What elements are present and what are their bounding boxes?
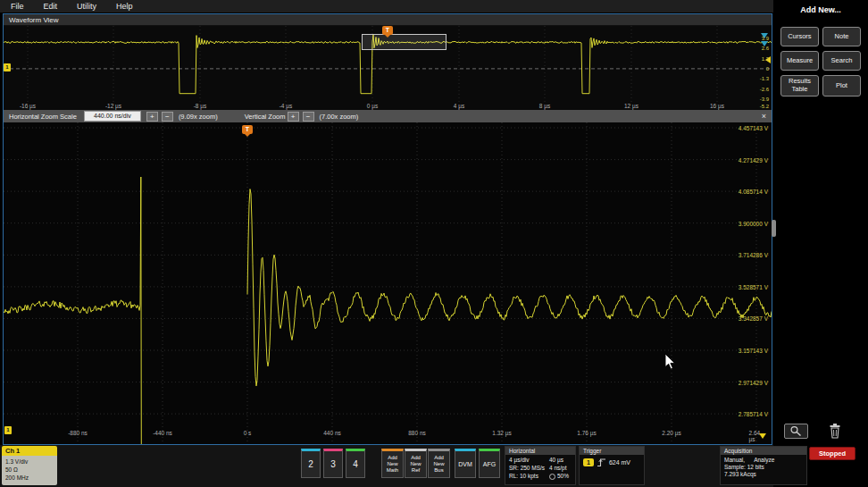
- zoom-plot[interactable]: T 1 -880 ns-440 ns0 s440 ns880 ns1.32 µs…: [4, 122, 772, 444]
- overview-x-tick: -16 µs: [20, 103, 36, 109]
- zoom-x-tick: 0 s: [244, 430, 252, 436]
- waveform-view: Waveform View T 1 -16 µs-12 µs-8 µs-4 µs…: [3, 13, 772, 445]
- channel4-button[interactable]: 4: [346, 449, 365, 478]
- waveform-view-title: Waveform View: [9, 16, 59, 24]
- zoom-window-box[interactable]: [362, 34, 447, 50]
- channel1-settings: 1.3 V/div 50 Ω 200 MHz: [2, 456, 57, 485]
- horizontal-setting: 4 µs/div: [509, 457, 549, 463]
- overview-y-tick: -1.3: [760, 76, 769, 81]
- channel1-impedance: 50 Ω: [5, 466, 57, 474]
- expansion-point-icon: [549, 474, 555, 480]
- settings-bar: Ch 1 1.3 V/div 50 Ω 200 MHz DVM AFG Hori…: [0, 445, 773, 487]
- oscilloscope-app: FileEditUtilityHelp Waveform View T 1 -1…: [0, 0, 868, 487]
- run-stop-status-button[interactable]: Stopped: [809, 447, 855, 460]
- add-new-math-button[interactable]: Add New Math: [381, 449, 404, 478]
- zoom-y-tick: 3.342857 V: [739, 315, 768, 322]
- add-cursors-button[interactable]: Cursors: [780, 27, 819, 46]
- trash-icon[interactable]: [827, 422, 843, 439]
- acquisition-sample: Sample: 12 bits: [721, 463, 806, 470]
- horizontal-setting: 50%: [549, 473, 575, 480]
- v-zoom-in-button[interactable]: +: [288, 112, 299, 122]
- rising-edge-icon: [597, 458, 606, 467]
- horizontal-setting: SR: 250 MS/s: [509, 465, 549, 471]
- close-zoom-icon[interactable]: ×: [762, 112, 766, 121]
- channel1-badge[interactable]: Ch 1 1.3 V/div 50 Ω 200 MHz: [2, 446, 57, 485]
- acquisition-analyze: Analyze: [754, 457, 774, 463]
- zoom-y-tick: 3.900000 V: [739, 220, 768, 226]
- menu-utility[interactable]: Utility: [77, 2, 96, 11]
- overview-x-tick: 12 µs: [624, 103, 638, 109]
- channel1-bandwidth: 200 MHz: [5, 474, 57, 482]
- zoom-x-tick: 1.32 µs: [492, 430, 511, 436]
- overview-y-tick: -5.2: [760, 104, 769, 109]
- menu-help[interactable]: Help: [116, 2, 133, 11]
- trigger-title: Trigger: [580, 447, 644, 455]
- horizontal-settings: 4 µs/div40 µsSR: 250 MS/s4 ns/ptRL: 10 k…: [505, 455, 575, 480]
- zoom-x-tick: 1.76 µs: [577, 430, 596, 436]
- zoom-x-tick: 2.64 µs: [749, 430, 764, 442]
- zoom-y-tick: 2.971429 V: [739, 379, 768, 385]
- zoom-x-tick: -440 ns: [153, 430, 172, 436]
- menu-edit[interactable]: Edit: [44, 2, 58, 11]
- horizontal-badge[interactable]: Horizontal 4 µs/div40 µsSR: 250 MS/s4 ns…: [505, 446, 576, 485]
- overview-plot[interactable]: T 1 -16 µs-12 µs-8 µs-4 µs0 µs4 µs8 µs12…: [4, 26, 772, 110]
- horizontal-setting: RL: 10 kpts: [509, 473, 549, 480]
- horizontal-expansion-value: 50%: [557, 473, 569, 479]
- overview-y-tick: 0: [766, 66, 769, 71]
- zoom-waveform: [4, 122, 772, 444]
- overview-x-tick: 0 µs: [367, 103, 378, 109]
- h-zoom-out-button[interactable]: −: [162, 112, 173, 122]
- overview-x-tick: -12 µs: [105, 103, 121, 109]
- trigger-source-badge: 1: [583, 458, 594, 466]
- magnifier-icon: [789, 425, 803, 437]
- add-note-button[interactable]: Note: [822, 27, 861, 46]
- panel-resize-handle[interactable]: [772, 220, 776, 237]
- channel2-button[interactable]: 2: [301, 449, 321, 478]
- trigger-level-value: 624 mV: [609, 459, 630, 466]
- trigger-position-flag[interactable]: T: [382, 26, 393, 35]
- overview-y-tick: 2.6: [762, 46, 769, 51]
- menu-bar: FileEditUtilityHelp: [0, 0, 773, 13]
- zoom-y-tick: 4.457143 V: [739, 125, 768, 131]
- trigger-badge[interactable]: Trigger 1 624 mV: [579, 446, 645, 485]
- overview-x-tick: -8 µs: [194, 103, 207, 109]
- h-zoom-in-button[interactable]: +: [146, 112, 158, 122]
- horizontal-setting: 4 ns/pt: [549, 465, 575, 471]
- horizontal-zoom-scale-value[interactable]: 440.00 ns/div: [84, 111, 141, 122]
- v-zoom-out-button[interactable]: −: [303, 112, 314, 122]
- trigger-flag[interactable]: T: [242, 125, 253, 134]
- overview-x-tick: -4 µs: [280, 103, 293, 109]
- overview-x-tick: 8 µs: [539, 103, 550, 109]
- vertical-zoom-label: Vertical Zoom: [245, 113, 286, 121]
- add-search-button[interactable]: Search: [822, 51, 861, 71]
- channel1-marker[interactable]: 1: [4, 63, 11, 71]
- add-new-ref-button[interactable]: Add New Ref: [405, 449, 427, 478]
- overview-y-tick: -3.9: [760, 97, 769, 102]
- zoom-x-tick: 880 ns: [408, 430, 426, 436]
- trigger-settings: 1 624 mV: [580, 455, 644, 467]
- trash-glyph: [828, 423, 842, 439]
- channel1-offscale-marker[interactable]: 1: [4, 426, 12, 434]
- channel3-button[interactable]: 3: [323, 449, 343, 478]
- overview-x-tick: 16 µs: [710, 103, 724, 109]
- zoom-x-tick: 2.20 µs: [662, 430, 680, 436]
- horizontal-title: Horizontal: [505, 447, 575, 455]
- zoom-tool-button[interactable]: [784, 424, 808, 439]
- zoom-x-tick: -880 ns: [68, 430, 88, 436]
- add-measure-button[interactable]: Measure: [780, 51, 819, 71]
- acquisition-count: 7.293 kAcqs: [721, 470, 806, 477]
- acquisition-title: Acquisition: [721, 447, 806, 455]
- add-plot-button[interactable]: Plot: [822, 75, 861, 97]
- afg-button[interactable]: AFG: [479, 449, 500, 478]
- add-new-bus-button[interactable]: Add New Bus: [428, 449, 450, 478]
- add-new-title: Add New...: [773, 5, 868, 14]
- acquisition-badge[interactable]: Acquisition Manual, Analyze Sample: 12 b…: [720, 446, 807, 485]
- add-results-table-button[interactable]: Results Table: [780, 75, 819, 97]
- zoom-y-tick: 3.714286 V: [739, 252, 768, 258]
- waveform-view-tab[interactable]: Waveform View: [4, 14, 772, 26]
- menu-file[interactable]: File: [11, 2, 24, 11]
- channel1-scale: 1.3 V/div: [5, 458, 57, 466]
- dvm-button[interactable]: DVM: [455, 449, 476, 478]
- v-zoom-factor: (7.00x zoom): [320, 113, 359, 121]
- acquisition-mode: Manual, Analyze: [721, 455, 806, 463]
